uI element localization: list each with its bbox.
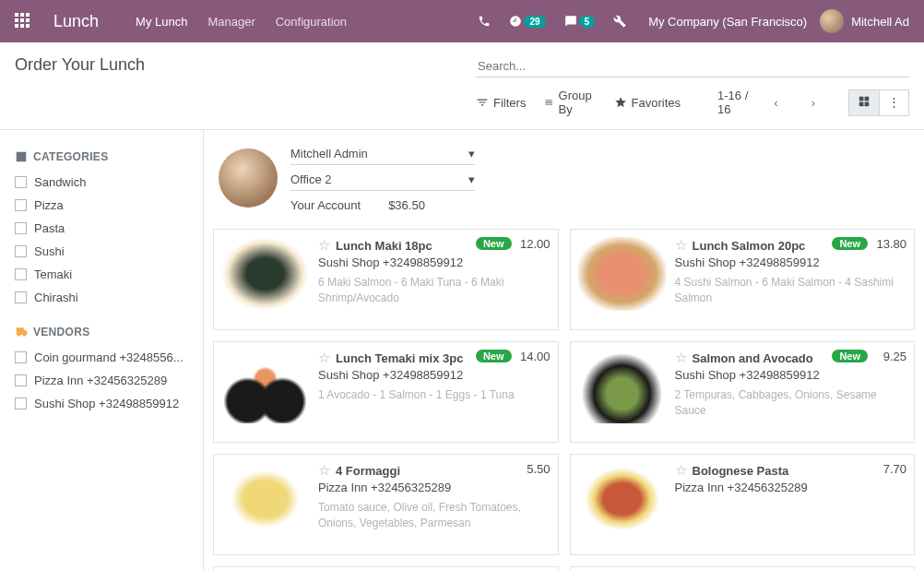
checkbox-icon	[15, 222, 27, 234]
user-avatar[interactable]	[820, 9, 844, 33]
nav-my-lunch[interactable]: My Lunch	[136, 15, 187, 29]
product-name: Salmon and Avocado	[693, 351, 813, 365]
product-image	[578, 350, 666, 423]
category-item[interactable]: Chirashi	[15, 286, 188, 309]
vendor-item[interactable]: Sushi Shop +32498859912	[15, 392, 188, 415]
account-balance: $36.50	[388, 198, 425, 212]
vendor-label: Sushi Shop +32498859912	[34, 397, 179, 410]
product-image	[221, 350, 309, 423]
category-label: Sandwich	[34, 175, 86, 189]
product-desc: 6 Maki Salmon - 6 Maki Tuna - 6 Maki Shr…	[318, 275, 551, 306]
search-input[interactable]	[476, 55, 909, 77]
user-select[interactable]: Mitchell Admin▾	[290, 143, 475, 165]
checkbox-icon	[15, 268, 27, 280]
star-icon[interactable]: ☆	[318, 237, 330, 254]
account-label: Your Account	[290, 198, 361, 212]
prev-page[interactable]: ‹	[766, 92, 785, 113]
checkbox-icon	[15, 374, 27, 386]
new-badge: New	[476, 237, 512, 250]
product-price: 14.00	[520, 350, 551, 363]
product-price: 5.50	[527, 462, 550, 476]
next-page[interactable]: ›	[804, 92, 823, 113]
content: Mitchell Admin▾ Office 2▾ Your Account$3…	[203, 129, 924, 570]
svg-rect-2	[859, 101, 864, 106]
phone-icon[interactable]	[478, 15, 491, 28]
product-card[interactable]: ☆Salmon and AvocadoNew9.25Sushi Shop +32…	[570, 341, 916, 443]
product-card[interactable]: ☆Lunch Salmon 20pcNew13.80Sushi Shop +32…	[570, 229, 916, 330]
product-price: 7.70	[883, 462, 906, 476]
product-name: Lunch Maki 18pc	[336, 239, 432, 253]
category-item[interactable]: Sandwich	[15, 171, 188, 194]
product-desc: 2 Tempuras, Cabbages, Onions, Sesame Sau…	[675, 387, 907, 419]
product-vendor: Pizza Inn +32456325289	[318, 481, 551, 494]
checkbox-icon	[15, 398, 27, 410]
user-name[interactable]: Mitchell Ad	[851, 15, 909, 29]
product-name: 4 Formaggi	[336, 464, 400, 478]
location-select[interactable]: Office 2▾	[290, 169, 475, 191]
control-bar: Order Your Lunch Filters Group By Favori…	[0, 42, 924, 116]
product-image	[221, 462, 309, 536]
product-name: Lunch Temaki mix 3pc	[336, 351, 463, 365]
new-badge: New	[832, 237, 868, 250]
category-label: Chirashi	[34, 291, 78, 304]
product-image	[578, 462, 666, 536]
chevron-down-icon: ▾	[468, 147, 475, 160]
tools-icon[interactable]	[613, 15, 626, 28]
svg-rect-1	[865, 96, 870, 101]
vendor-item[interactable]: Pizza Inn +32456325289	[15, 369, 188, 392]
product-desc: Tomato sauce, Olive oil, Fresh Tomatoes,…	[318, 500, 551, 531]
product-card[interactable]: ☆4 Formaggi5.50Pizza Inn +32456325289Tom…	[213, 454, 559, 555]
category-item[interactable]: Sushi	[15, 240, 188, 263]
favorites-button[interactable]: Favorites	[614, 96, 681, 110]
product-desc: 1 Avocado - 1 Salmon - 1 Eggs - 1 Tuna	[318, 387, 551, 403]
product-card[interactable]: ☆Bolognese Pasta7.70Pizza Inn +324563252…	[570, 454, 916, 555]
product-card[interactable]: ☆Chicken Curry2.60	[570, 566, 916, 570]
category-item[interactable]: Pizza	[15, 194, 188, 217]
star-icon[interactable]: ☆	[318, 350, 330, 366]
product-card[interactable]: ☆Lunch Maki 18pcNew12.00Sushi Shop +3249…	[213, 229, 559, 330]
category-label: Temaki	[34, 267, 72, 281]
checkbox-icon	[15, 199, 27, 211]
new-badge: New	[832, 350, 868, 362]
product-card[interactable]: ☆Cheese And Ham3.30	[213, 566, 559, 570]
category-label: Pizza	[34, 198, 64, 212]
star-icon[interactable]: ☆	[675, 237, 687, 254]
page-title: Order Your Lunch	[15, 55, 476, 75]
messages-icon[interactable]: 5	[564, 15, 596, 28]
category-item[interactable]: Pasta	[15, 217, 188, 240]
nav-configuration[interactable]: Configuration	[276, 15, 347, 29]
topbar: Lunch My Lunch Manager Configuration 29 …	[0, 0, 924, 42]
pager[interactable]: 1-16 / 16	[717, 89, 748, 116]
star-icon[interactable]: ☆	[675, 350, 687, 366]
messages-badge: 5	[579, 16, 596, 28]
checkbox-icon	[15, 245, 27, 257]
vendor-item[interactable]: Coin gourmand +3248556...	[15, 346, 188, 369]
product-grid: ☆Lunch Maki 18pcNew12.00Sushi Shop +3249…	[213, 229, 915, 570]
checkbox-icon	[15, 351, 27, 363]
product-image	[221, 237, 309, 311]
vendor-label: Coin gourmand +3248556...	[34, 350, 184, 364]
star-icon[interactable]: ☆	[318, 462, 330, 479]
filters-button[interactable]: Filters	[476, 96, 526, 110]
category-item[interactable]: Temaki	[15, 263, 188, 286]
categories-header: CATEGORIES	[15, 150, 188, 163]
product-image	[578, 237, 666, 311]
product-vendor: Sushi Shop +32498859912	[675, 368, 907, 382]
star-icon[interactable]: ☆	[675, 462, 687, 479]
groupby-button[interactable]: Group By	[544, 89, 595, 116]
apps-icon[interactable]	[15, 13, 31, 30]
activity-icon[interactable]: 29	[509, 15, 545, 28]
company-selector[interactable]: My Company (San Francisco)	[648, 15, 807, 29]
product-card[interactable]: ☆Lunch Temaki mix 3pcNew14.00Sushi Shop …	[213, 341, 559, 443]
product-desc: 4 Sushi Salmon - 6 Maki Salmon - 4 Sashi…	[675, 275, 907, 306]
account-row: Mitchell Admin▾ Office 2▾ Your Account$3…	[213, 143, 915, 212]
product-name: Bolognese Pasta	[693, 464, 789, 478]
product-price: 9.25	[883, 350, 906, 363]
list-view[interactable]: ⋮	[880, 89, 909, 116]
product-vendor: Sushi Shop +32498859912	[318, 368, 551, 382]
activity-badge: 29	[524, 16, 545, 28]
nav-manager[interactable]: Manager	[207, 15, 255, 29]
new-badge: New	[476, 350, 512, 362]
product-vendor: Sushi Shop +32498859912	[675, 255, 907, 269]
kanban-view[interactable]	[848, 89, 880, 116]
